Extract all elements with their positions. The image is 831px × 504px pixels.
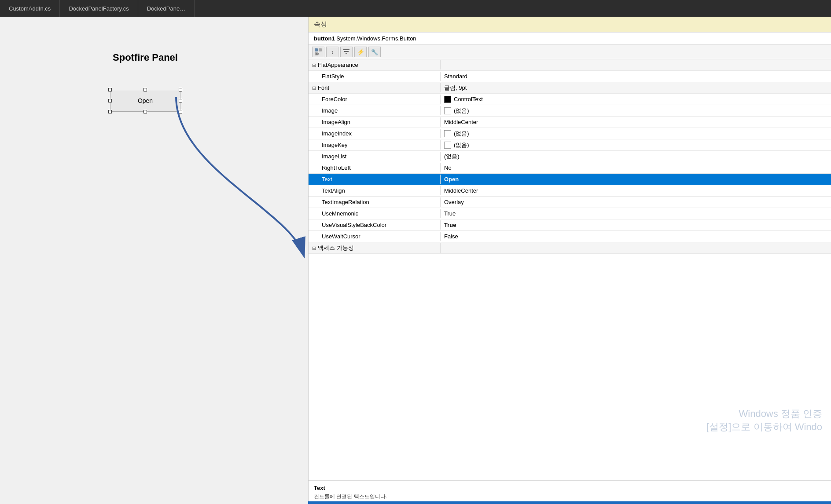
properties-subheader: button1 System.Windows.Forms.Button xyxy=(309,33,831,45)
prop-row-16[interactable]: ⊟액세스 가능성 xyxy=(309,242,831,254)
handle-tm[interactable] xyxy=(143,88,147,91)
prop-name-1: FlatStyle xyxy=(309,72,441,81)
prop-name-7: ImageKey xyxy=(309,140,441,150)
color-swatch-6 xyxy=(444,130,451,137)
svg-rect-2 xyxy=(319,48,322,51)
open-button[interactable]: Open xyxy=(110,90,180,112)
button-with-handles: Open xyxy=(110,90,180,112)
prop-name-3: ForeColor xyxy=(309,95,441,104)
prop-name-9: RightToLeft xyxy=(309,163,441,172)
prop-row-8[interactable]: ImageList(없음) xyxy=(309,151,831,162)
design-surface: Spotfire Panel Open xyxy=(0,17,290,504)
prop-row-6[interactable]: ImageIndex(없음) xyxy=(309,128,831,139)
prop-row-13[interactable]: UseMnemonicTrue xyxy=(309,208,831,219)
toolbar-btn-wrench[interactable]: 🔧 xyxy=(368,47,381,57)
properties-table: ⊞FlatAppearanceFlatStyleStandard⊞Font굴림,… xyxy=(309,59,831,480)
prop-value-11: MiddleCenter xyxy=(441,186,831,195)
prop-value-7: (없음) xyxy=(441,140,831,150)
prop-row-0[interactable]: ⊞FlatAppearance xyxy=(309,59,831,71)
color-swatch-3 xyxy=(444,96,451,103)
prop-value-8: (없음) xyxy=(441,151,831,162)
prop-row-15[interactable]: UseWaitCursorFalse xyxy=(309,231,831,242)
prop-row-11[interactable]: TextAlignMiddleCenter xyxy=(309,185,831,197)
prop-value-9: No xyxy=(441,163,831,172)
prop-value-15: False xyxy=(441,232,831,241)
handle-mr[interactable] xyxy=(179,99,182,102)
prop-value-10: Open xyxy=(441,175,831,184)
prop-name-6: ImageIndex xyxy=(309,129,441,138)
properties-bottom: Text 컨트롤에 연결된 텍스트입니다. xyxy=(309,480,831,504)
prop-row-4[interactable]: Image(없음) xyxy=(309,105,831,117)
toolbar-btn-lightning[interactable]: ⚡ xyxy=(354,47,367,57)
panel-title: Spotfire Panel xyxy=(113,52,178,63)
props-bottom-title: Text xyxy=(314,485,826,491)
prop-row-3[interactable]: ForeColorControlText xyxy=(309,94,831,105)
toolbar-btn-filter[interactable] xyxy=(340,47,353,57)
prop-name-4: Image xyxy=(309,106,441,115)
prop-name-16: ⊟액세스 가능성 xyxy=(309,243,441,253)
tab-docked-panel-factory[interactable]: DockedPanelFactory.cs xyxy=(60,0,138,17)
prop-name-10: Text xyxy=(309,175,441,184)
prop-name-8: ImageList xyxy=(309,152,441,161)
toolbar-btn-sort[interactable]: ↕ xyxy=(326,47,338,57)
prop-name-2: ⊞Font xyxy=(309,83,441,92)
prop-name-13: UseMnemonic xyxy=(309,209,441,218)
handle-tr[interactable] xyxy=(179,88,182,91)
prop-row-12[interactable]: TextImageRelationOverlay xyxy=(309,197,831,208)
prop-value-1: Standard xyxy=(441,72,831,81)
prop-name-15: UseWaitCursor xyxy=(309,232,441,241)
color-swatch-4 xyxy=(444,107,451,114)
tab-docked-pane[interactable]: DockedPane… xyxy=(138,0,195,17)
svg-rect-7 xyxy=(346,53,347,54)
svg-rect-5 xyxy=(343,49,349,50)
tab-custom-addin[interactable]: CustomAddIn.cs xyxy=(0,0,60,17)
svg-rect-6 xyxy=(344,51,349,52)
prop-value-16 xyxy=(441,247,831,249)
prop-value-12: Overlay xyxy=(441,197,831,207)
prop-name-0: ⊞FlatAppearance xyxy=(309,60,441,69)
prop-name-11: TextAlign xyxy=(309,186,441,195)
prop-value-0 xyxy=(441,64,831,66)
prop-value-4: (없음) xyxy=(441,106,831,116)
prop-value-5: MiddleCenter xyxy=(441,117,831,127)
prop-row-14[interactable]: UseVisualStyleBackColorTrue xyxy=(309,219,831,231)
tab-bar: CustomAddIn.cs DockedPanelFactory.cs Doc… xyxy=(0,0,831,17)
prop-value-13: True xyxy=(441,209,831,218)
color-swatch-7 xyxy=(444,142,451,149)
prop-value-2: 굴림, 9pt xyxy=(441,83,831,93)
handle-ml[interactable] xyxy=(108,99,112,102)
properties-toolbar: az ↕ ⚡ 🔧 xyxy=(309,45,831,59)
prop-name-12: TextImageRelation xyxy=(309,197,441,207)
prop-row-1[interactable]: FlatStyleStandard xyxy=(309,71,831,82)
prop-name-5: ImageAlign xyxy=(309,117,441,127)
prop-row-7[interactable]: ImageKey(없음) xyxy=(309,139,831,151)
prop-row-10[interactable]: TextOpen xyxy=(309,174,831,185)
svg-rect-1 xyxy=(315,48,318,51)
properties-panel: 속성 button1 System.Windows.Forms.Button a… xyxy=(308,17,831,504)
props-bottom-desc: 컨트롤에 연결된 텍스트입니다. xyxy=(314,493,826,500)
blue-bottom-bar xyxy=(308,501,831,504)
toolbar-btn-categorized[interactable]: az xyxy=(312,47,324,57)
handle-bm[interactable] xyxy=(143,110,147,113)
prop-value-14: True xyxy=(441,220,831,230)
svg-text:az: az xyxy=(316,51,319,55)
prop-row-5[interactable]: ImageAlignMiddleCenter xyxy=(309,117,831,128)
prop-value-6: (없음) xyxy=(441,128,831,139)
prop-row-2[interactable]: ⊞Font굴림, 9pt xyxy=(309,82,831,94)
handle-bl[interactable] xyxy=(108,110,112,113)
prop-value-3: ControlText xyxy=(441,95,831,104)
properties-header: 속성 xyxy=(309,17,831,33)
handle-br[interactable] xyxy=(179,110,182,113)
prop-row-9[interactable]: RightToLeftNo xyxy=(309,162,831,174)
prop-name-14: UseVisualStyleBackColor xyxy=(309,220,441,230)
handle-tl[interactable] xyxy=(108,88,112,91)
